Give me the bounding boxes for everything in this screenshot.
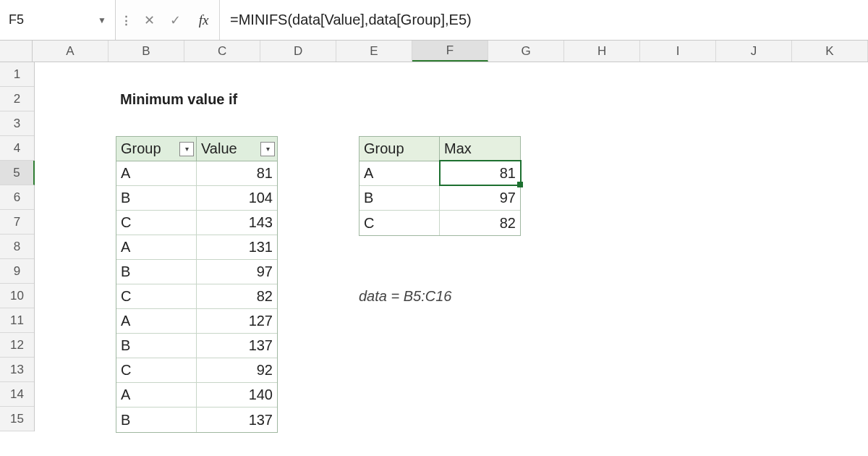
row-header-13[interactable]: 13: [0, 358, 34, 382]
cell-group[interactable]: C: [359, 211, 440, 235]
table-row: C82: [116, 284, 277, 309]
cell-value[interactable]: 82: [197, 284, 277, 308]
cell-group[interactable]: A: [116, 309, 197, 333]
cell-value[interactable]: 104: [197, 186, 277, 210]
table-row: A127: [116, 309, 277, 334]
header-label: Value: [201, 140, 237, 157]
summary-header-group: Group: [359, 137, 440, 161]
name-box[interactable]: F5 ▼: [0, 0, 116, 40]
row-header-6[interactable]: 6: [0, 185, 34, 210]
row-header-9[interactable]: 9: [0, 259, 34, 284]
cell-value[interactable]: 97: [197, 260, 277, 284]
filter-icon[interactable]: ▾: [260, 142, 275, 156]
row-header-11[interactable]: 11: [0, 308, 34, 333]
row-header-14[interactable]: 14: [0, 382, 34, 407]
column-header-G[interactable]: G: [488, 41, 564, 62]
column-header-K[interactable]: K: [792, 41, 868, 62]
cell-group[interactable]: B: [116, 408, 197, 432]
select-all-corner[interactable]: [0, 41, 33, 62]
cell-group[interactable]: C: [116, 358, 197, 382]
row-header-8[interactable]: 8: [0, 235, 34, 259]
header-label: Group: [121, 140, 161, 157]
separator-icon: ⋮: [116, 0, 136, 40]
cell-group[interactable]: C: [116, 284, 197, 308]
table-row: A131: [116, 235, 277, 260]
cell-value[interactable]: 137: [197, 408, 277, 432]
cell-group[interactable]: A: [116, 161, 197, 185]
row-header-3[interactable]: 3: [0, 111, 34, 136]
column-header-I[interactable]: I: [640, 41, 716, 62]
cell-group[interactable]: C: [116, 211, 197, 235]
column-header-J[interactable]: J: [716, 41, 792, 62]
data-table-header-value[interactable]: Value ▾: [197, 137, 277, 161]
chevron-down-icon[interactable]: ▼: [98, 15, 106, 25]
table-row: C82: [359, 211, 520, 235]
fx-icon[interactable]: fx: [188, 0, 220, 40]
cell-max[interactable]: 97: [440, 186, 520, 210]
table-row: A81: [359, 161, 520, 186]
column-header-F[interactable]: F: [412, 41, 488, 62]
cell-group[interactable]: A: [359, 161, 440, 185]
table-row: B97: [116, 260, 277, 284]
column-header-B[interactable]: B: [109, 41, 184, 62]
column-header-D[interactable]: D: [260, 41, 336, 62]
row-headers: 123456789101112131415: [0, 62, 35, 431]
row-header-1[interactable]: 1: [0, 62, 34, 87]
cell-group[interactable]: B: [116, 186, 197, 210]
row-header-15[interactable]: 15: [0, 407, 34, 431]
filter-icon[interactable]: ▾: [179, 142, 194, 156]
table-row: B97: [359, 186, 520, 211]
formula-bar: F5 ▼ ⋮ ✕ ✓ fx =MINIFS(data[Value],data[G…: [0, 0, 868, 41]
column-header-H[interactable]: H: [564, 41, 640, 62]
row-header-10[interactable]: 10: [0, 284, 34, 308]
table-row: B104: [116, 186, 277, 211]
column-header-C[interactable]: C: [184, 41, 260, 62]
cell-max[interactable]: 81: [440, 161, 520, 185]
row-header-7[interactable]: 7: [0, 210, 34, 235]
column-headers: ABCDEFGHIJK: [0, 41, 868, 62]
data-table: Group ▾ Value ▾ A81B104C143A131B97C82A12…: [116, 136, 278, 433]
cell-group[interactable]: A: [116, 383, 197, 407]
cell-value[interactable]: 140: [197, 383, 277, 407]
cell-max[interactable]: 82: [440, 211, 520, 235]
cancel-icon[interactable]: ✕: [136, 0, 162, 40]
table-row: A81: [116, 161, 277, 186]
page-title: Minimum value if: [116, 87, 333, 111]
data-table-header-group[interactable]: Group ▾: [116, 137, 197, 161]
spreadsheet-grid: ABCDEFGHIJK 123456789101112131415 Minimu…: [0, 41, 868, 431]
formula-text: =MINIFS(data[Value],data[Group],E5): [230, 12, 472, 28]
cells-area[interactable]: Minimum value if Group ▾ Value ▾ A81B104…: [35, 62, 868, 431]
table-row: C92: [116, 358, 277, 383]
cell-value[interactable]: 127: [197, 309, 277, 333]
cell-value[interactable]: 92: [197, 358, 277, 382]
row-header-5[interactable]: 5: [0, 161, 35, 185]
cell-value[interactable]: 143: [197, 211, 277, 235]
cell-group[interactable]: A: [116, 235, 197, 259]
table-row: B137: [116, 408, 277, 432]
cell-value[interactable]: 131: [197, 235, 277, 259]
table-row: C143: [116, 211, 277, 235]
row-header-12[interactable]: 12: [0, 333, 34, 358]
cell-value[interactable]: 137: [197, 334, 277, 358]
table-row: B137: [116, 334, 277, 358]
cell-value[interactable]: 81: [197, 161, 277, 185]
name-box-value: F5: [9, 12, 24, 28]
formula-input[interactable]: =MINIFS(data[Value],data[Group],E5): [220, 0, 868, 40]
column-header-A[interactable]: A: [33, 41, 109, 62]
range-note: data = B5:C16: [359, 288, 451, 305]
enter-icon[interactable]: ✓: [162, 0, 188, 40]
summary-table: Group Max A81B97C82: [359, 136, 521, 236]
cell-group[interactable]: B: [116, 260, 197, 284]
row-header-2[interactable]: 2: [0, 87, 34, 111]
column-header-E[interactable]: E: [336, 41, 412, 62]
summary-header-max: Max: [440, 137, 520, 161]
cell-group[interactable]: B: [359, 186, 440, 210]
cell-group[interactable]: B: [116, 334, 197, 358]
table-row: A140: [116, 383, 277, 408]
row-header-4[interactable]: 4: [0, 136, 34, 161]
